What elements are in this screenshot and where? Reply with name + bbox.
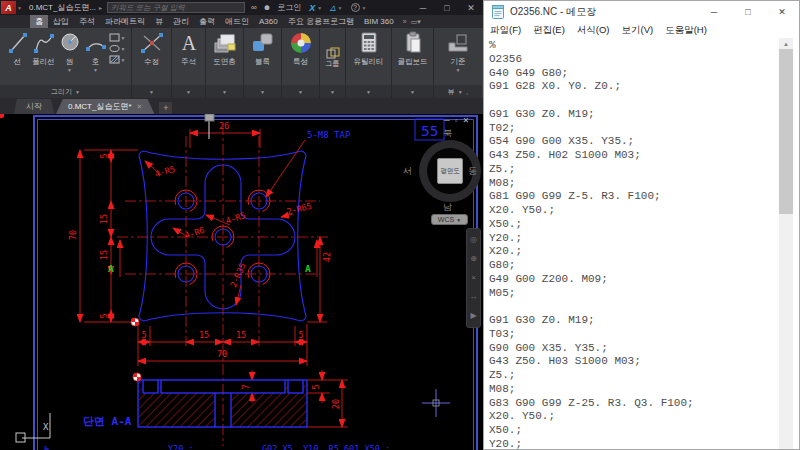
ribbon-tab-bim360[interactable]: BIM 360 bbox=[359, 16, 399, 27]
tab-close-icon[interactable]: ✕ bbox=[137, 103, 143, 110]
circle-tool[interactable]: 원 ▼ bbox=[57, 31, 83, 73]
menu-file[interactable]: 파일(F) bbox=[484, 24, 527, 37]
notepad-icon bbox=[492, 5, 504, 19]
help-dropdown-icon[interactable]: ▼ bbox=[362, 5, 367, 11]
panel-strip-annotate[interactable]: ▼ bbox=[172, 85, 205, 98]
panel-strip-draw[interactable]: 그리기▼ bbox=[0, 85, 131, 98]
drawing-canvas[interactable]: 26 5 15 15 5 70 42 5 15 15 5 70 7 5 20 4… bbox=[0, 114, 483, 450]
notepad-maximize-button[interactable]: □ bbox=[731, 1, 765, 23]
hatch-tool[interactable]: ▼ bbox=[109, 55, 127, 64]
panel-utilities: 유틸리티 ▼ bbox=[346, 28, 392, 98]
viewcube-south[interactable]: 남 bbox=[443, 201, 452, 214]
share-icon[interactable]: △ bbox=[330, 4, 335, 12]
ribbon-tab-home[interactable]: 홈 bbox=[30, 15, 48, 28]
viewcube-west[interactable]: 서 bbox=[403, 165, 412, 178]
nav-tool-icon: × bbox=[471, 274, 476, 282]
viewcube-north[interactable]: 북 bbox=[443, 127, 452, 140]
viewcube-east[interactable]: 동 bbox=[468, 165, 477, 178]
ribbon-tab-output[interactable]: 출력 bbox=[194, 15, 220, 28]
hatch-icon bbox=[109, 55, 120, 64]
modify-icon bbox=[140, 31, 164, 55]
ribbon-tab-addins[interactable]: 애드인 bbox=[220, 15, 254, 28]
panel-strip-block[interactable]: ▼ bbox=[244, 85, 281, 98]
viewcube-face[interactable]: 평면도 bbox=[437, 158, 463, 184]
panel-strip-clipboard[interactable]: ▼ bbox=[392, 85, 433, 98]
scrollbar-thumb[interactable] bbox=[779, 49, 793, 214]
ribbon-tab-manage[interactable]: 관리 bbox=[168, 15, 194, 28]
viewport-grip[interactable] bbox=[205, 114, 214, 139]
section-view[interactable] bbox=[138, 380, 307, 427]
ribbon-tab-insert[interactable]: 삽입 bbox=[48, 15, 74, 28]
close-button[interactable]: ✕ bbox=[459, 3, 483, 13]
notepad-scrollbar[interactable]: ▲ bbox=[779, 38, 793, 449]
panel-strip-layers[interactable]: ▼ bbox=[206, 85, 243, 98]
new-tab-button[interactable]: + bbox=[159, 102, 172, 114]
logo-dropdown-icon[interactable]: ▼ bbox=[17, 5, 22, 11]
autocad-logo-icon[interactable]: A bbox=[1, 1, 16, 14]
line-icon bbox=[7, 31, 29, 55]
doc-restore-button[interactable]: ▫ bbox=[455, 116, 458, 125]
ribbon-collapse-icon[interactable]: ▭▾ bbox=[411, 18, 421, 26]
panel-strip-group[interactable]: ▼ bbox=[320, 85, 345, 98]
ribbon-tab-parametric[interactable]: 파라메트릭 bbox=[100, 15, 150, 28]
quick-access-arrow-icon[interactable]: ▸ bbox=[99, 4, 102, 11]
navigation-bar[interactable]: ◎⊕×↔▶ bbox=[466, 228, 481, 328]
svg-text:4-R6: 4-R6 bbox=[183, 225, 206, 241]
help-icon[interactable]: ? bbox=[351, 3, 360, 12]
ellipse-tool[interactable]: ▼ bbox=[109, 44, 127, 53]
doc-close-button[interactable]: ✕ bbox=[463, 116, 470, 125]
arc-tool[interactable]: 호 ▼ bbox=[83, 31, 109, 73]
properties-button[interactable]: 특성 bbox=[284, 31, 318, 67]
notepad-text-area[interactable]: %O2356G40 G49 G80;G91 G28 X0. Y0. Z0.; G… bbox=[484, 38, 778, 449]
panel-group: 그룹 ▼ bbox=[320, 28, 346, 98]
wcs-dropdown[interactable]: WCS▼ bbox=[431, 214, 468, 225]
a360-dropdown-icon[interactable]: ▼ bbox=[317, 5, 322, 11]
menu-help[interactable]: 도움말(H) bbox=[659, 24, 713, 37]
svg-text:G02 X5. Y10. R5.;: G02 X5. Y10. R5.; bbox=[262, 444, 349, 450]
ribbon-tab-featured-apps[interactable]: 주요 응용프로그램 bbox=[283, 15, 359, 28]
tab-overflow-icon[interactable]: » bbox=[403, 18, 406, 25]
ribbon-tab-annotate[interactable]: 주석 bbox=[74, 15, 100, 28]
modify-button[interactable]: 수정 bbox=[134, 31, 170, 67]
group-icon[interactable] bbox=[326, 47, 340, 59]
arc-dropdown-icon[interactable]: ▼ bbox=[93, 67, 98, 73]
panel-strip-utilities[interactable]: ▼ bbox=[346, 85, 391, 98]
clipboard-button[interactable]: 클립보드 bbox=[394, 31, 432, 67]
minimize-button[interactable]: ─ bbox=[411, 3, 435, 13]
search-input[interactable] bbox=[108, 3, 244, 12]
gcode-line: T03; bbox=[489, 328, 778, 342]
panel-strip-view[interactable]: 뷰▼⌟ bbox=[434, 85, 482, 98]
file-tab-document[interactable]: 0.MCT_실습도면*✕ bbox=[56, 99, 154, 114]
panel-strip-modify[interactable]: ▼ bbox=[132, 85, 171, 98]
notepad-minimize-button[interactable]: ─ bbox=[697, 1, 731, 23]
ribbon-tab-view[interactable]: 뷰 bbox=[150, 15, 168, 28]
panel-strip-properties[interactable]: ▼ bbox=[282, 85, 319, 98]
menu-edit[interactable]: 편집(E) bbox=[527, 24, 571, 37]
circle-dropdown-icon[interactable]: ▼ bbox=[67, 67, 72, 73]
rectangle-icon bbox=[109, 33, 120, 42]
user-icon[interactable]: ☻ bbox=[263, 3, 271, 12]
doc-minimize-button[interactable]: ─ bbox=[444, 116, 450, 125]
polyline-tool[interactable]: 폴리선 bbox=[31, 31, 57, 67]
search-binoculars-icon[interactable]: ∞ bbox=[251, 3, 257, 12]
annotate-button[interactable]: A 주석 bbox=[174, 31, 204, 67]
maximize-button[interactable]: □ bbox=[435, 3, 459, 13]
base-button[interactable]: 기준 ▼ bbox=[438, 31, 478, 73]
a360-x-icon[interactable]: X bbox=[309, 3, 315, 13]
login-label[interactable]: 로그인 bbox=[277, 2, 301, 13]
line-tool[interactable]: 선 bbox=[5, 31, 31, 67]
search-box[interactable] bbox=[107, 2, 245, 13]
ribbon-tab-a360[interactable]: A360 bbox=[254, 16, 283, 27]
share-dropdown-icon[interactable]: ▼ bbox=[338, 5, 343, 11]
file-tab-start[interactable]: 시작 bbox=[14, 99, 54, 114]
block-button[interactable]: 블록 bbox=[246, 31, 280, 67]
base-dropdown-icon[interactable]: ▼ bbox=[456, 67, 461, 73]
notepad-close-button[interactable]: ✕ bbox=[765, 1, 799, 23]
circle-icon bbox=[59, 31, 81, 55]
utilities-button[interactable]: 유틸리티 bbox=[348, 31, 390, 67]
clipboard-icon bbox=[402, 31, 424, 55]
menu-view[interactable]: 보기(V) bbox=[616, 24, 660, 37]
menu-format[interactable]: 서식(O) bbox=[571, 24, 616, 37]
rectangle-tool[interactable]: ▼ bbox=[109, 33, 127, 42]
layers-button[interactable]: 도면층 bbox=[208, 31, 242, 67]
